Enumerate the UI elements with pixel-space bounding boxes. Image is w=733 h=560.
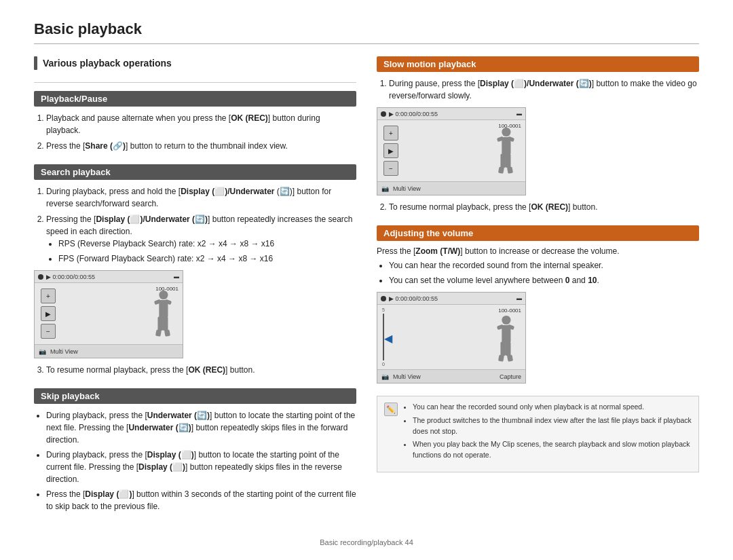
ctrl-btn-play: ▶ (383, 143, 398, 158)
svg-rect-20 (500, 342, 506, 356)
svg-rect-7 (164, 329, 170, 337)
list-item: You can hear the recorded sound from the… (389, 259, 699, 272)
screen-body: + ▶ − 100-0001 (377, 120, 525, 181)
svg-rect-15 (507, 166, 513, 174)
screen-battery-icon: ▬ (174, 274, 179, 280)
screen-bottom-label: 📷 (39, 348, 46, 355)
search-playback-section: Search playback During playback, press a… (34, 164, 356, 376)
svg-rect-5 (163, 317, 168, 331)
record-icon (381, 111, 386, 117)
volume-min: 0 (382, 362, 385, 367)
screen-multiview-label: Multi View (50, 348, 78, 355)
search-playback-screen: ▶ 0:00:00/0:00:55 ▬ + ▶ − 100-0001 (34, 270, 183, 358)
screen-image-area: 100-0001 (390, 305, 525, 369)
screen-timecode: ▶ 0:00:00/0:00:55 (46, 274, 95, 280)
page-footer: Basic recording/playback 44 (34, 538, 699, 546)
list-item: To resume normal playback, press the [OK… (389, 201, 699, 213)
slow-motion-heading: Slow motion playback (377, 56, 699, 72)
svg-rect-13 (506, 154, 511, 168)
right-column: Slow motion playback During pause, press… (377, 56, 699, 525)
list-item: During playback, press and hold the [Dis… (46, 185, 356, 210)
screen-bottom-bar: 📷 Multi View (377, 181, 525, 195)
ctrl-btn-plus: + (383, 126, 398, 141)
screen-timecode: ▶ 0:00:00/0:00:55 (389, 111, 438, 117)
volume-arrow: ◀ (384, 332, 392, 345)
skip-playback-section: Skip playback During playback, press the… (34, 388, 356, 512)
note-box: ✏️ You can hear the recorded sound only … (377, 396, 699, 472)
section-divider-1 (34, 82, 356, 83)
svg-rect-4 (157, 317, 163, 331)
record-icon (381, 296, 386, 301)
screen-bottom-bar: 📷 Multi View (35, 344, 183, 358)
multiview-icon: 📷 (381, 185, 389, 192)
list-item: Pressing the [Display (⬜)/Underwater (🔄)… (46, 213, 356, 265)
slow-motion-section: Slow motion playback During pause, press… (377, 56, 699, 213)
list-item: During playback, press the [Underwater (… (46, 409, 356, 446)
ctrl-btn-play: ▶ (41, 306, 56, 321)
list-item: When you play back the My Clip scenes, t… (413, 439, 692, 461)
screen-battery: ▬ (516, 111, 522, 117)
list-item: FPS (Forward Playback Search) rate: x2 →… (58, 253, 356, 265)
slow-motion-screen: ▶ 0:00:00/0:00:55 ▬ + ▶ − 100-0001 (377, 107, 526, 195)
screen-body: + ▶ − 100-0001 (35, 283, 183, 344)
screen-body: 5 0 ◀ 100-0001 (377, 305, 525, 369)
playback-pause-list: Playback and pause alternate when you pr… (34, 112, 356, 152)
figure-silhouette (138, 290, 176, 344)
ctrl-btn-minus: − (383, 161, 398, 176)
skip-playback-heading: Skip playback (34, 388, 356, 404)
page-title: Basic playback (34, 20, 699, 38)
bottom-label-left: Multi View (393, 373, 421, 380)
screen-multiview-label: Multi View (393, 185, 421, 192)
list-item: Press the [Display (⬜)] button within 3 … (46, 488, 356, 512)
skip-playback-list: During playback, press the [Underwater (… (34, 409, 356, 512)
list-item: RPS (Reverse Playback Search) rate: x2 →… (58, 238, 356, 250)
screen-controls: + ▶ − (377, 120, 405, 181)
note-content: You can hear the recorded sound only whe… (403, 402, 692, 466)
volume-heading: Adjusting the volume (377, 225, 699, 241)
list-item: Press the [Share (🔗)] button to return t… (46, 140, 356, 152)
svg-rect-22 (498, 354, 504, 362)
volume-section: Adjusting the volume Press the [Zoom (T/… (377, 225, 699, 384)
search-step3: To resume normal playback, press the [OK… (34, 364, 356, 376)
svg-rect-21 (506, 342, 511, 356)
various-playback-title: Various playback operations (43, 58, 172, 69)
svg-rect-12 (500, 154, 506, 168)
record-icon (38, 274, 43, 280)
screen-timecode: ▶ 0:00:00/0:00:55 (389, 295, 438, 302)
note-list: You can hear the recorded sound only whe… (403, 402, 692, 461)
section-bar-accent (34, 56, 37, 70)
title-divider (34, 43, 699, 44)
list-item: During playback, press the [Display (⬜)]… (46, 449, 356, 485)
note-icon: ✏️ (384, 403, 398, 416)
svg-point-8 (502, 128, 510, 136)
ctrl-btn-plus: + (41, 288, 56, 303)
svg-rect-6 (155, 329, 162, 337)
list-item: To resume normal playback, press the [OK… (46, 364, 356, 376)
screen-controls: + ▶ − (35, 283, 62, 344)
slow-motion-list: During pause, press the [Display (⬜)/Und… (377, 77, 699, 102)
search-bullet-list: RPS (Reverse Playback Search) rate: x2 →… (46, 238, 356, 265)
list-item: You can set the volume level anywhere be… (389, 274, 699, 286)
screen-top-bar: ▶ 0:00:00/0:00:55 ▬ (377, 108, 525, 120)
screen-bottom-bar: 📷 Multi View Capture (377, 369, 525, 383)
search-playback-heading: Search playback (34, 164, 356, 180)
playback-pause-heading: Playback/Pause (34, 91, 356, 107)
list-item: Playback and pause alternate when you pr… (46, 112, 356, 136)
volume-intro: Press the [Zoom (T/W)] button to increas… (377, 246, 699, 256)
screen-image-area: 100-0001 (62, 283, 183, 344)
list-item: You can hear the recorded sound only whe… (413, 402, 692, 413)
file-label: 100-0001 (498, 307, 521, 314)
slow-motion-step2: To resume normal playback, press the [OK… (377, 201, 699, 213)
volume-screen: ▶ 0:00:00/0:00:55 ▬ 5 0 ◀ 100-0001 (377, 292, 526, 384)
screen-top-bar: ▶ 0:00:00/0:00:55 ▬ (35, 271, 183, 283)
left-column: Various playback operations Playback/Pau… (34, 56, 356, 525)
playback-pause-section: Playback/Pause Playback and pause altern… (34, 91, 356, 152)
volume-bullet-list: You can hear the recorded sound from the… (377, 259, 699, 286)
svg-point-16 (502, 316, 510, 324)
svg-rect-14 (498, 166, 504, 174)
svg-point-0 (159, 291, 168, 299)
list-item: The product switches to the thumbnail in… (413, 415, 692, 437)
screen-image-area: 100-0001 (405, 120, 525, 181)
bottom-label-right: Capture (500, 373, 521, 380)
multiview-icon: 📷 (381, 373, 389, 380)
